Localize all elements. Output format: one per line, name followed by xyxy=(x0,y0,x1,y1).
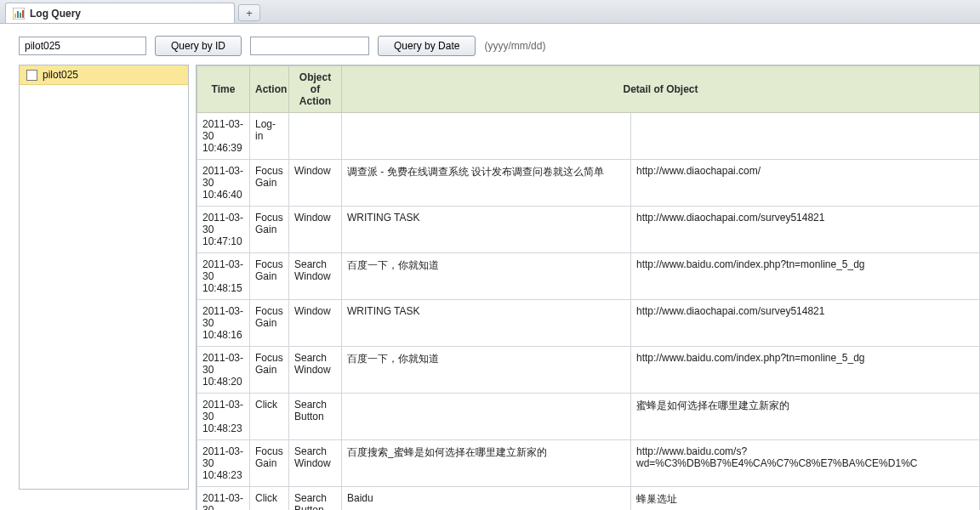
table-row: 2011-03-30 10:48:23ClickSearch Button蜜蜂是… xyxy=(197,394,980,440)
cell-time: 2011-03-30 10:48:41 xyxy=(197,487,250,511)
cell-detail: 百度一下，你就知道 xyxy=(342,253,631,300)
cell-action: Log-in xyxy=(250,113,289,160)
cell-time: 2011-03-30 10:48:15 xyxy=(197,253,250,300)
cell-object: Window xyxy=(289,300,342,347)
table-row: 2011-03-30 10:46:40Focus GainWindow调查派 -… xyxy=(197,160,980,207)
col-header-action: Action xyxy=(250,66,289,113)
svg-rect-2 xyxy=(17,11,19,18)
svg-rect-1 xyxy=(14,14,16,18)
cell-action: Click xyxy=(250,394,289,440)
table-row: 2011-03-30 10:48:20Focus GainSearch Wind… xyxy=(197,347,980,394)
cell-detail: WRITING TASK xyxy=(342,207,631,253)
cell-time: 2011-03-30 10:48:16 xyxy=(197,300,250,347)
checkbox-icon[interactable] xyxy=(26,70,37,81)
log-table: Time Action Object of Action Detail of O… xyxy=(197,65,980,510)
tab-log-query[interactable]: Log Query xyxy=(5,3,235,23)
table-row: 2011-03-30 10:48:16Focus GainWindowWRITI… xyxy=(197,300,980,347)
cell-extra xyxy=(631,113,980,160)
content-area: pilot025 Time Action Object of Action De… xyxy=(0,65,980,510)
cell-object xyxy=(289,113,342,160)
cell-time: 2011-03-30 10:46:39 xyxy=(197,113,250,160)
table-row: 2011-03-30 10:48:15Focus GainSearch Wind… xyxy=(197,253,980,300)
cell-object: Search Window xyxy=(289,253,342,300)
cell-time: 2011-03-30 10:46:40 xyxy=(197,160,250,207)
cell-extra[interactable]: http://www.diaochapai.com/survey514821 xyxy=(631,207,980,253)
cell-detail xyxy=(342,113,631,160)
table-row: 2011-03-30 10:48:41ClickSearch ButtonBai… xyxy=(197,487,980,511)
svg-rect-3 xyxy=(20,13,21,18)
query-by-id-button[interactable]: Query by ID xyxy=(155,36,242,56)
cell-object: Search Button xyxy=(289,394,342,440)
tree-item-pilot025[interactable]: pilot025 xyxy=(20,65,188,85)
log-table-wrap: Time Action Object of Action Detail of O… xyxy=(196,65,980,510)
cell-detail: 调查派 - 免费在线调查系统 设计发布调查问卷就这么简单 xyxy=(342,160,631,207)
cell-object: Window xyxy=(289,160,342,207)
cell-action: Focus Gain xyxy=(250,347,289,394)
cell-object: Search Window xyxy=(289,440,342,487)
cell-extra[interactable]: http://www.baidu.com/index.php?tn=monlin… xyxy=(631,253,980,300)
cell-time: 2011-03-30 10:47:10 xyxy=(197,207,250,253)
tree-item-label: pilot025 xyxy=(43,69,78,81)
table-row: 2011-03-30 10:46:39Log-in xyxy=(197,113,980,160)
cell-extra[interactable]: http://www.diaochapai.com/ xyxy=(631,160,980,207)
cell-action: Focus Gain xyxy=(250,440,289,487)
new-tab-button[interactable]: + xyxy=(238,4,260,21)
cell-time: 2011-03-30 10:48:23 xyxy=(197,394,250,440)
cell-extra[interactable]: http://www.diaochapai.com/survey514821 xyxy=(631,300,980,347)
query-by-date-button[interactable]: Query by Date xyxy=(378,36,476,56)
cell-time: 2011-03-30 10:48:20 xyxy=(197,347,250,394)
table-row: 2011-03-30 10:47:10Focus GainWindowWRITI… xyxy=(197,207,980,253)
chart-icon xyxy=(13,8,25,20)
cell-extra[interactable]: http://www.baidu.com/index.php?tn=monlin… xyxy=(631,347,980,394)
cell-detail: WRITING TASK xyxy=(342,300,631,347)
table-row: 2011-03-30 10:48:23Focus GainSearch Wind… xyxy=(197,440,980,487)
cell-detail xyxy=(342,394,631,440)
cell-action: Focus Gain xyxy=(250,160,289,207)
table-header-row: Time Action Object of Action Detail of O… xyxy=(197,66,980,113)
date-input[interactable] xyxy=(250,37,369,55)
cell-extra[interactable]: http://www.baidu.com/s?wd=%C3%DB%B7%E4%C… xyxy=(631,440,980,487)
cell-action: Focus Gain xyxy=(250,253,289,300)
cell-extra: 蜜蜂是如何选择在哪里建立新家的 xyxy=(631,394,980,440)
id-input[interactable] xyxy=(19,37,146,55)
svg-rect-4 xyxy=(22,10,24,18)
col-header-detail: Detail of Object xyxy=(342,66,980,113)
cell-object: Window xyxy=(289,207,342,253)
tab-title: Log Query xyxy=(30,8,81,20)
cell-action: Click xyxy=(250,487,289,511)
tab-strip: Log Query + xyxy=(0,0,980,24)
cell-detail: Baidu xyxy=(342,487,631,511)
cell-object: Search Button xyxy=(289,487,342,511)
cell-extra: 蜂巢选址 xyxy=(631,487,980,511)
cell-action: Focus Gain xyxy=(250,300,289,347)
date-format-hint: (yyyy/mm/dd) xyxy=(484,40,545,52)
cell-action: Focus Gain xyxy=(250,207,289,253)
col-header-time: Time xyxy=(197,66,250,113)
query-bar: Query by ID Query by Date (yyyy/mm/dd) xyxy=(0,24,980,65)
cell-detail: 百度搜索_蜜蜂是如何选择在哪里建立新家的 xyxy=(342,440,631,487)
plus-icon: + xyxy=(246,8,253,19)
cell-detail: 百度一下，你就知道 xyxy=(342,347,631,394)
col-header-object: Object of Action xyxy=(289,66,342,113)
sidebar-tree: pilot025 xyxy=(19,65,189,490)
cell-time: 2011-03-30 10:48:23 xyxy=(197,440,250,487)
cell-object: Search Window xyxy=(289,347,342,394)
